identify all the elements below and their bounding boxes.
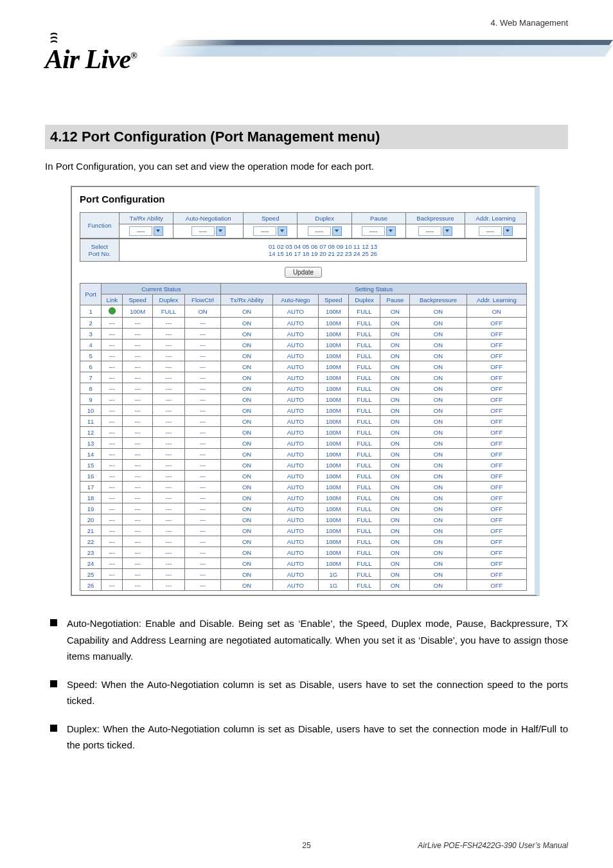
table-row: 6------------ONAUTO100MFULLONONOFF (80, 361, 527, 372)
chapter-header: 4. Web Management (491, 18, 568, 28)
col-group-setting: Setting Status (221, 284, 527, 294)
col-autonego: Auto-Nego (272, 294, 318, 305)
table-row: 19------------ONAUTO100MFULLONONOFF (80, 503, 527, 514)
select-port-label: Select Port No. (80, 239, 120, 262)
func-header: Duplex (298, 213, 351, 224)
col-txrx: Tx/Rx Ability (221, 294, 272, 305)
page-footer: 25 AirLive POE-FSH2422G-390 User’s Manua… (45, 841, 568, 850)
func-header: Auto-Negotiation (173, 213, 244, 224)
section-heading: 4.12 Port Configuration (Port Management… (50, 129, 563, 145)
wifi-icon: ⌢⌢⌢ (50, 31, 57, 42)
col-sduplex: Duplex (348, 294, 380, 305)
chevron-down-icon (216, 226, 226, 236)
table-row: 4------------ONAUTO100MFULLONONOFF (80, 339, 527, 350)
chevron-down-icon (443, 226, 452, 236)
col-addrlearn: Addr. Learning (466, 294, 526, 305)
intro-paragraph: In Port Configuration, you can set and v… (45, 161, 568, 172)
table-row: 26------------ONAUTO1GFULLONONOFF (80, 580, 527, 591)
status-table: Port Current Status Setting Status Link … (80, 283, 527, 591)
panel-title: Port Configuration (80, 194, 527, 204)
update-button[interactable]: Update (285, 267, 322, 278)
link-up-icon (109, 307, 116, 314)
col-group-current: Current Status (102, 284, 221, 294)
table-row: 12------------ONAUTO100MFULLONONOFF (80, 427, 527, 438)
bullet-item: Duplex: When the Auto-Negotiation column… (45, 721, 568, 754)
func-header: Backpressure (406, 213, 465, 224)
table-row: 5------------ONAUTO100MFULLONONOFF (80, 350, 527, 361)
func-dropdown[interactable]: ---- (406, 224, 465, 239)
func-dropdown[interactable]: ---- (298, 224, 351, 239)
col-speed: Speed (123, 294, 153, 305)
bullet-item: Auto-Negotiation: Enable and Disable. Be… (45, 615, 568, 665)
port-select-table: Select Port No. 01 02 03 04 05 06 07 08 … (80, 239, 527, 262)
func-header: Tx/Rx Ability (120, 213, 173, 224)
table-row: 22------------ONAUTO100MFULLONONOFF (80, 536, 527, 547)
airlive-logo: ⌢⌢⌢ Air Live® (45, 44, 137, 75)
bullet-item: Speed: When the Auto-Negotiation column … (45, 676, 568, 709)
chevron-down-icon (332, 226, 342, 236)
table-row: 15------------ONAUTO100MFULLONONOFF (80, 460, 527, 471)
func-dropdown[interactable]: ---- (465, 224, 526, 239)
col-duplex: Duplex (153, 294, 185, 305)
chevron-down-icon (154, 226, 163, 236)
description-list: Auto-Negotiation: Enable and Disable. Be… (45, 615, 568, 754)
chevron-down-icon (386, 226, 396, 236)
table-row: 10------------ONAUTO100MFULLONONOFF (80, 405, 527, 416)
table-row: 18------------ONAUTO100MFULLONONOFF (80, 493, 527, 503)
table-row: 1100MFULLONONAUTO100MFULLONONON (80, 305, 527, 318)
table-row: 2------------ONAUTO100MFULLONONOFF (80, 318, 527, 329)
table-row: 14------------ONAUTO100MFULLONONOFF (80, 449, 527, 460)
section-heading-bar: 4.12 Port Configuration (Port Management… (45, 125, 568, 149)
func-header: Addr. Learning (465, 213, 526, 224)
table-row: 8------------ONAUTO100MFULLONONOFF (80, 383, 527, 394)
table-row: 17------------ONAUTO100MFULLONONOFF (80, 482, 527, 493)
table-row: 7------------ONAUTO100MFULLONONOFF (80, 372, 527, 383)
function-rowlabel: Function (80, 213, 120, 239)
col-sspeed: Speed (318, 294, 348, 305)
func-dropdown[interactable]: ---- (120, 224, 173, 239)
func-dropdown[interactable]: ---- (173, 224, 244, 239)
port-checkbox-cell: 01 02 03 04 05 06 07 08 09 10 11 12 13 1… (120, 239, 527, 262)
manual-title: AirLive POE-FSH2422G-390 User’s Manual (418, 841, 568, 850)
page-number: 25 (302, 841, 310, 850)
table-row: 16------------ONAUTO100MFULLONONOFF (80, 471, 527, 482)
func-header: Speed (244, 213, 298, 224)
chevron-down-icon (278, 226, 287, 236)
table-row: 13------------ONAUTO100MFULLONONOFF (80, 438, 527, 449)
table-row: 23------------ONAUTO100MFULLONONOFF (80, 547, 527, 558)
port-config-screenshot: Port Configuration Function Tx/Rx Abilit… (71, 186, 540, 596)
table-row: 3------------ONAUTO100MFULLONONOFF (80, 329, 527, 339)
chevron-down-icon (503, 226, 513, 236)
table-row: 21------------ONAUTO100MFULLONONOFF (80, 525, 527, 536)
col-pause: Pause (380, 294, 410, 305)
table-row: 25------------ONAUTO1GFULLONONOFF (80, 569, 527, 580)
table-row: 11------------ONAUTO100MFULLONONOFF (80, 416, 527, 427)
col-port: Port (80, 284, 102, 305)
func-dropdown[interactable]: ---- (244, 224, 298, 239)
func-dropdown[interactable]: ---- (351, 224, 405, 239)
table-row: 9------------ONAUTO100MFULLONONOFF (80, 394, 527, 405)
function-table: Function Tx/Rx Ability Auto-Negotiation … (80, 212, 527, 239)
table-row: 24------------ONAUTO100MFULLONONOFF (80, 558, 527, 569)
col-backpressure: Backpressure (410, 294, 466, 305)
func-header: Pause (351, 213, 405, 224)
col-link: Link (102, 294, 123, 305)
col-flowctrl: FlowCtrl (184, 294, 221, 305)
table-row: 20------------ONAUTO100MFULLONONOFF (80, 514, 527, 525)
